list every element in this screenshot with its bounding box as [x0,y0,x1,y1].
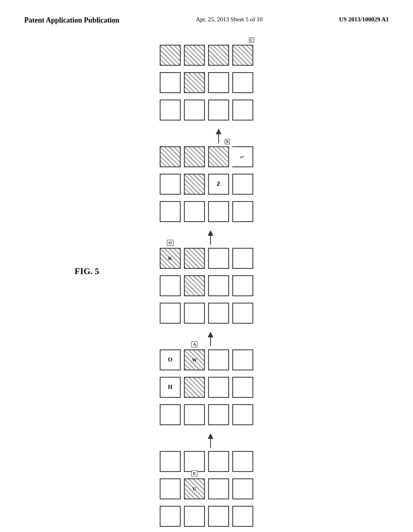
cell [160,72,181,93]
label-a-top: A [191,341,197,347]
cell [184,248,205,269]
cell [184,451,205,472]
cell [208,72,229,93]
cell [184,146,205,167]
arrow-head [216,129,221,134]
cell [160,506,181,527]
section-2: N ⌐ Z [160,146,253,225]
grid-row: O W A [160,349,253,370]
arrow-3 [208,332,213,346]
header-right: US 2013/100029 A1 [339,16,389,23]
arrow-head [208,433,213,439]
cell [208,100,229,121]
figure-label: FIG. 5 [75,266,99,276]
arrow-line [210,236,211,245]
grid-row [160,451,253,472]
arrow-1 [216,129,221,143]
cell-c: C [232,45,253,66]
cell [232,72,253,93]
arrow-2 [208,230,213,245]
cell [160,146,181,167]
cell-z: Z [208,174,229,195]
grid-row: U E [160,478,253,499]
arrow-shaft [208,433,213,448]
cell-w-a: W A [184,349,205,370]
section-4: O W A H [160,349,253,428]
cell [232,303,253,324]
cell [160,478,181,499]
page-header: Patent Application Publication Apr. 25, … [0,0,413,33]
grid-row [160,303,253,324]
arrow-4 [208,433,213,448]
grid-4: O W A H [160,349,253,428]
cell [208,404,229,425]
cell [232,100,253,121]
grid-row [160,506,253,527]
cell [160,201,181,222]
cell [232,349,253,370]
header-left: Patent Application Publication [24,16,119,25]
cell [160,45,181,66]
cell [160,100,181,121]
grid-5: U E [160,451,253,530]
cell [208,275,229,296]
cell [232,248,253,269]
cell [184,72,205,93]
cell [232,377,253,398]
cell [184,174,205,195]
cell [184,377,205,398]
label-n: N [225,139,230,144]
cell [208,248,229,269]
cell [208,201,229,222]
grid-row: H [160,377,253,398]
cell [160,404,181,425]
cell-u-e: U E [184,478,205,499]
label-c: C [249,37,254,43]
arrow-line [210,439,211,448]
cell [160,174,181,195]
cell [232,404,253,425]
cell-n: N [208,146,229,167]
cell [160,303,181,324]
grid-row [160,404,253,425]
section-1: C [160,45,253,124]
arrow-line [210,337,211,346]
section-5: U E [160,451,253,530]
cell-o: O [160,349,181,370]
cell [184,404,205,425]
cell [232,478,253,499]
grid-3: K O [160,248,253,327]
arrow-shaft [216,129,221,143]
grid-row: C [160,45,253,66]
arrow-line [218,134,219,143]
cell [184,506,205,527]
cell [208,451,229,472]
cell [232,451,253,472]
cell [232,174,253,195]
grid-2: N ⌐ Z [160,146,253,225]
header-center: Apr. 25, 2013 Sheet 5 of 10 [196,16,263,23]
grid-row [160,72,253,93]
cell [208,45,229,66]
main-content: C [0,33,413,532]
label-o-top: O [167,240,173,246]
cell [208,377,229,398]
cell [208,506,229,527]
cell [184,100,205,121]
cell [160,451,181,472]
cell-h: H [160,377,181,398]
cell [232,275,253,296]
arrow-shaft [208,332,213,346]
cell [232,506,253,527]
cell [208,303,229,324]
cell [208,478,229,499]
grid-row [160,201,253,222]
cell [232,201,253,222]
cell-bracket: ⌐ [232,146,253,167]
cell [184,275,205,296]
arrow-shaft [208,230,213,245]
cell [208,349,229,370]
section-3: K O [160,248,253,327]
cell [184,201,205,222]
label-e-top: E [192,470,198,476]
